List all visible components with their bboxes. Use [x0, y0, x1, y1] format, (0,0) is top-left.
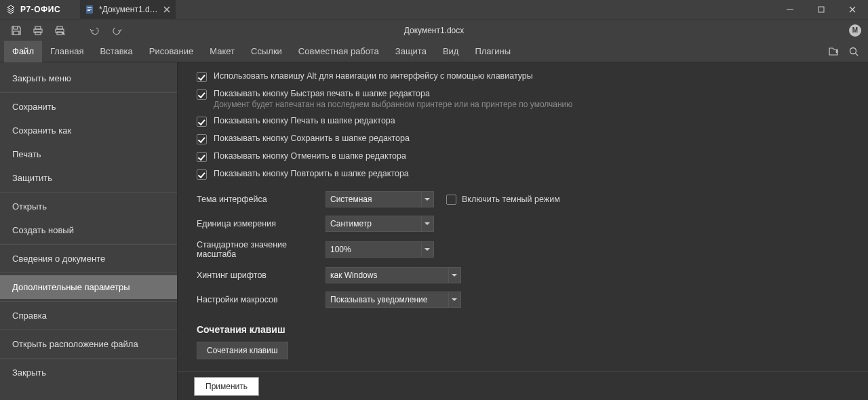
- sidebar-item-0[interactable]: Закрыть меню: [0, 66, 177, 90]
- setting-label: Стандартное значение масштаба: [197, 240, 326, 259]
- checkbox[interactable]: [197, 72, 207, 82]
- apply-button[interactable]: Применить: [194, 377, 259, 396]
- sidebar-separator: [0, 329, 177, 330]
- menu-item-3[interactable]: Рисование: [141, 41, 201, 62]
- quick-toolbar: Документ1.docx М: [0, 19, 868, 41]
- sidebar-item-8[interactable]: Создать новый: [0, 218, 177, 242]
- sidebar-item-14[interactable]: Справка: [0, 304, 177, 327]
- setting-row-0: Тема интерфейсаСистемнаяВключить темный …: [197, 187, 849, 212]
- checkbox[interactable]: [197, 117, 207, 127]
- option-row-3: Показывать кнопку Сохранить в шапке реда…: [197, 130, 849, 148]
- sidebar-item-3[interactable]: Сохранить как: [0, 119, 177, 142]
- menu-item-4[interactable]: Макет: [201, 41, 243, 62]
- menu-item-7[interactable]: Защита: [387, 41, 435, 62]
- menu-item-5[interactable]: Ссылки: [243, 41, 290, 62]
- search-icon[interactable]: [844, 41, 864, 62]
- menu-item-6[interactable]: Совместная работа: [290, 41, 387, 62]
- svg-rect-8: [57, 26, 62, 29]
- setting-dropdown[interactable]: как Windows: [326, 267, 461, 283]
- checkbox-label: Показывать кнопку Сохранить в шапке реда…: [214, 134, 410, 143]
- checkbox-label: Включить темный режим: [462, 195, 560, 204]
- window-maximize-button[interactable]: [806, 0, 837, 19]
- menu-item-2[interactable]: Вставка: [92, 41, 140, 62]
- checkbox-label: Показывать кнопку Печать в шапке редакто…: [214, 116, 395, 125]
- sidebar-item-16[interactable]: Открыть расположение файла: [0, 332, 177, 356]
- document-icon: [84, 4, 95, 15]
- apply-bar: Применить: [178, 372, 868, 400]
- setting-row-2: Стандартное значение масштаба100%: [197, 236, 849, 263]
- checkbox-label: Использовать клавишу Alt для навигации п…: [214, 71, 533, 81]
- menu-item-9[interactable]: Плагины: [467, 41, 519, 62]
- checkbox-label: Показывать кнопку Повторить в шапке реда…: [214, 169, 409, 178]
- sidebar-separator: [0, 244, 177, 245]
- dark-mode-option: Включить темный режим: [446, 194, 560, 205]
- setting-row-1: Единица измеренияСантиметр: [197, 212, 849, 236]
- logo-icon: [5, 4, 16, 15]
- checkbox[interactable]: [197, 169, 207, 180]
- svg-point-11: [850, 47, 856, 54]
- document-tab-label: *Документ1.d…: [99, 5, 158, 14]
- checkbox-label: Показывать кнопку Быстрая печать в шапке…: [214, 89, 572, 98]
- chevron-down-icon: [425, 222, 430, 225]
- sidebar-item-7[interactable]: Открыть: [0, 195, 177, 218]
- setting-dropdown[interactable]: Системная: [326, 191, 434, 207]
- sidebar-item-2[interactable]: Сохранить: [0, 95, 177, 119]
- chevron-down-icon: [452, 298, 457, 301]
- setting-label: Тема интерфейса: [197, 195, 326, 204]
- setting-row-3: Хинтинг шрифтовкак Windows: [197, 263, 849, 287]
- checkbox-description: Документ будет напечатан на последнем вы…: [214, 100, 572, 109]
- chevron-down-icon: [425, 198, 430, 201]
- user-avatar[interactable]: М: [849, 24, 861, 37]
- svg-rect-3: [87, 10, 90, 11]
- dropdown-value: Показывать уведомление: [330, 295, 427, 304]
- sidebar-separator: [0, 273, 177, 273]
- sidebar-separator: [0, 192, 177, 193]
- titlebar: Р7-ОФИС *Документ1.d…: [0, 0, 868, 19]
- sidebar-separator: [0, 358, 177, 359]
- sidebar-separator: [0, 301, 177, 302]
- shortcuts-heading: Сочетания клавиш: [178, 312, 868, 342]
- sidebar-item-10[interactable]: Сведения о документе: [0, 247, 177, 271]
- svg-rect-1: [87, 7, 92, 8]
- menu-item-8[interactable]: Вид: [435, 41, 467, 62]
- sidebar-item-4[interactable]: Печать: [0, 142, 177, 166]
- checkbox-label: Показывать кнопку Отменить в шапке редак…: [214, 151, 406, 161]
- menu-item-0[interactable]: Файл: [4, 41, 42, 62]
- open-location-icon[interactable]: [823, 41, 844, 62]
- svg-rect-4: [818, 7, 824, 12]
- document-tab[interactable]: *Документ1.d…: [80, 0, 176, 19]
- checkbox[interactable]: [197, 134, 207, 144]
- sidebar-item-5[interactable]: Защитить: [0, 166, 177, 190]
- checkbox[interactable]: [197, 152, 207, 162]
- sidebar-item-12[interactable]: Дополнительные параметры: [0, 275, 177, 299]
- file-menu-sidebar: Закрыть менюСохранитьСохранить какПечать…: [0, 62, 178, 400]
- menu-item-1[interactable]: Главная: [42, 41, 92, 62]
- checkbox[interactable]: [197, 89, 207, 100]
- sidebar-separator: [0, 92, 177, 93]
- window-minimize-button[interactable]: [774, 0, 806, 19]
- settings-panel: Использовать клавишу Alt для навигации п…: [178, 62, 868, 400]
- shortcuts-button[interactable]: Сочетания клавиш: [197, 342, 288, 359]
- chevron-down-icon: [425, 248, 430, 251]
- setting-dropdown[interactable]: Сантиметр: [326, 216, 434, 232]
- option-row-1: Показывать кнопку Быстрая печать в шапке…: [197, 85, 849, 113]
- undo-icon[interactable]: [85, 21, 104, 40]
- sidebar-item-18[interactable]: Закрыть: [0, 361, 177, 384]
- tab-close-icon[interactable]: [162, 5, 172, 14]
- setting-dropdown[interactable]: Показывать уведомление: [326, 292, 461, 308]
- dropdown-value: 100%: [330, 245, 351, 254]
- checkbox[interactable]: [446, 195, 456, 205]
- option-row-5: Показывать кнопку Повторить в шапке реда…: [197, 165, 849, 183]
- save-icon[interactable]: [7, 21, 26, 40]
- print-icon[interactable]: [28, 21, 47, 40]
- quick-print-icon[interactable]: [50, 21, 69, 40]
- dropdown-value: как Windows: [330, 271, 377, 280]
- dropdown-value: Сантиметр: [330, 219, 372, 228]
- app-name: Р7-ОФИС: [20, 5, 60, 14]
- window-close-button[interactable]: [837, 0, 868, 19]
- setting-label: Единица измерения: [197, 219, 326, 228]
- redo-icon[interactable]: [107, 21, 126, 40]
- window-controls: [774, 0, 868, 19]
- menubar: ФайлГлавнаяВставкаРисованиеМакетСсылкиСо…: [0, 41, 868, 62]
- setting-dropdown[interactable]: 100%: [326, 241, 434, 258]
